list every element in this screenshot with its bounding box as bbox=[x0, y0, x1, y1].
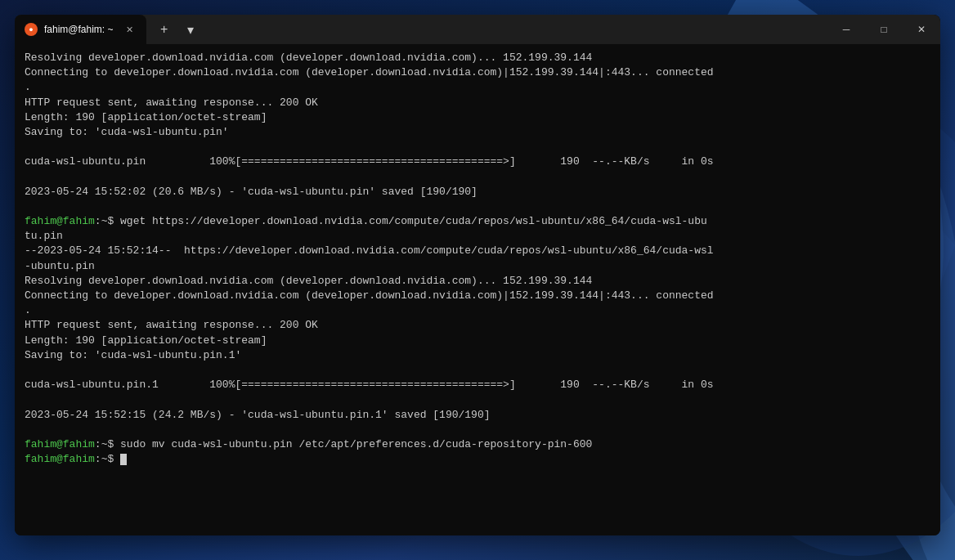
terminal-line: Saving to: 'cuda-wsl-ubuntu.pin' bbox=[25, 125, 930, 140]
terminal-content[interactable]: Resolving developer.download.nvidia.com … bbox=[15, 44, 940, 535]
add-tab-button[interactable]: + bbox=[153, 18, 176, 41]
terminal-line: fahim@fahim:~$ wget https://developer.do… bbox=[25, 214, 930, 244]
terminal-line bbox=[25, 199, 930, 214]
window-controls: ─ □ ✕ bbox=[827, 15, 940, 44]
terminal-line: --2023-05-24 15:52:14-- https://develope… bbox=[25, 244, 930, 273]
terminal-line: HTTP request sent, awaiting response... … bbox=[25, 318, 930, 333]
terminal-line: Resolving developer.download.nvidia.com … bbox=[25, 274, 930, 289]
close-button[interactable]: ✕ bbox=[903, 15, 940, 44]
terminal-line: 2023-05-24 15:52:02 (20.6 MB/s) - 'cuda-… bbox=[25, 185, 930, 199]
terminal-line: Length: 190 [application/octet-stream] bbox=[25, 334, 930, 348]
command-text: :~$ wget https://developer.download.nvid… bbox=[25, 215, 707, 242]
terminal-line: Saving to: 'cuda-wsl-ubuntu.pin.1' bbox=[25, 348, 930, 363]
terminal-line bbox=[25, 423, 930, 437]
ubuntu-icon: ● bbox=[25, 23, 38, 36]
prompt-symbol: :~$ bbox=[95, 453, 120, 465]
tab-actions: + ▾ bbox=[146, 18, 208, 41]
terminal-line: . bbox=[25, 303, 930, 318]
terminal-line bbox=[25, 363, 930, 378]
prompt-user: fahim@fahim bbox=[25, 215, 95, 227]
terminal-line: fahim@fahim:~$ sudo mv cuda-wsl-ubuntu.p… bbox=[25, 437, 930, 452]
tab-close-button[interactable]: ✕ bbox=[123, 23, 137, 36]
terminal-line: 2023-05-24 15:52:15 (24.2 MB/s) - 'cuda-… bbox=[25, 408, 930, 423]
title-bar: ● fahim@fahim: ~ ✕ + ▾ ─ □ ✕ bbox=[15, 15, 940, 44]
terminal-line: HTTP request sent, awaiting response... … bbox=[25, 96, 930, 110]
terminal-line: fahim@fahim:~$ bbox=[25, 452, 930, 467]
terminal-line: cuda-wsl-ubuntu.pin.1 100%[=============… bbox=[25, 378, 930, 392]
terminal-line: Resolving developer.download.nvidia.com … bbox=[25, 51, 930, 65]
terminal-line: cuda-wsl-ubuntu.pin 100%[===============… bbox=[25, 155, 930, 169]
terminal-line bbox=[25, 170, 930, 185]
terminal-line: Connecting to developer.download.nvidia.… bbox=[25, 65, 930, 80]
terminal-line bbox=[25, 140, 930, 155]
active-tab[interactable]: ● fahim@fahim: ~ ✕ bbox=[15, 15, 146, 44]
prompt-user: fahim@fahim bbox=[25, 453, 95, 465]
maximize-button[interactable]: □ bbox=[865, 15, 903, 44]
terminal-line: . bbox=[25, 80, 930, 95]
terminal-line bbox=[25, 392, 930, 407]
tab-title: fahim@fahim: ~ bbox=[44, 24, 114, 35]
prompt-user: fahim@fahim bbox=[25, 438, 95, 450]
cursor bbox=[120, 454, 127, 465]
terminal-window: ● fahim@fahim: ~ ✕ + ▾ ─ □ ✕ Resolving d… bbox=[15, 15, 940, 535]
minimize-button[interactable]: ─ bbox=[827, 15, 865, 44]
terminal-line: Connecting to developer.download.nvidia.… bbox=[25, 289, 930, 303]
tab-area: ● fahim@fahim: ~ ✕ + ▾ bbox=[15, 15, 827, 44]
tab-dropdown-button[interactable]: ▾ bbox=[179, 18, 202, 41]
terminal-line: Length: 190 [application/octet-stream] bbox=[25, 110, 930, 125]
command-text: :~$ sudo mv cuda-wsl-ubuntu.pin /etc/apt… bbox=[95, 438, 593, 450]
